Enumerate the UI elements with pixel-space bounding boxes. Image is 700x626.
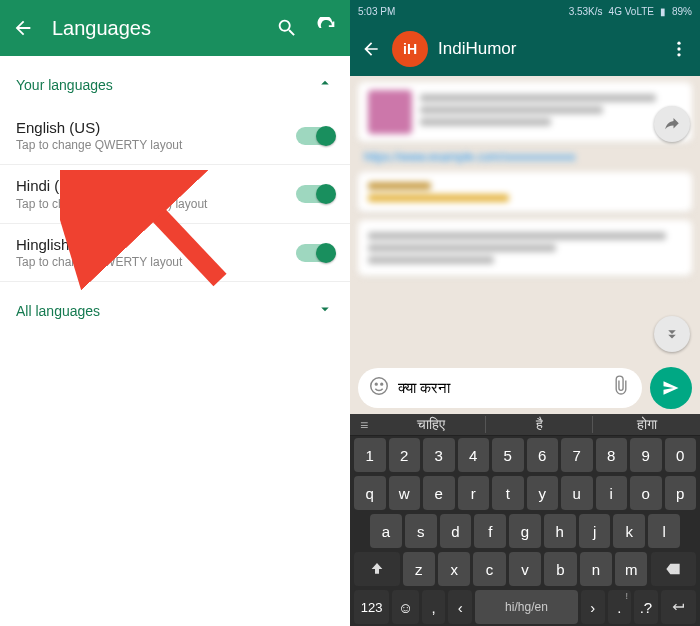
key-l[interactable]: l bbox=[648, 514, 680, 548]
key-x[interactable]: x bbox=[438, 552, 470, 586]
forward-icon[interactable] bbox=[654, 106, 690, 142]
key-0[interactable]: 0 bbox=[665, 438, 697, 472]
language-row-hinglish[interactable]: Hinglish Tap to change QWERTY layout bbox=[0, 224, 350, 282]
status-battery: 89% bbox=[672, 6, 692, 17]
language-sub: Tap to change Hindi (Inscript) layout bbox=[16, 197, 296, 211]
send-button[interactable] bbox=[650, 367, 692, 409]
key-e[interactable]: e bbox=[423, 476, 455, 510]
chat-appbar: iH IndiHumor bbox=[350, 22, 700, 76]
back-icon[interactable] bbox=[12, 17, 34, 39]
key-w[interactable]: w bbox=[389, 476, 421, 510]
svg-point-5 bbox=[375, 383, 377, 385]
avatar[interactable]: iH bbox=[392, 31, 428, 67]
back-icon[interactable] bbox=[360, 38, 382, 60]
key-a[interactable]: a bbox=[370, 514, 402, 548]
message-bubble[interactable] bbox=[358, 220, 692, 276]
section-label: Your languages bbox=[16, 77, 113, 93]
key-v[interactable]: v bbox=[509, 552, 541, 586]
key-4[interactable]: 4 bbox=[458, 438, 490, 472]
emoji-key[interactable]: ☺ bbox=[392, 590, 419, 624]
key-8[interactable]: 8 bbox=[596, 438, 628, 472]
key-i[interactable]: i bbox=[596, 476, 628, 510]
toggle-switch[interactable] bbox=[296, 127, 334, 145]
status-bar: 5:03 PM 3.53K/s 4G VoLTE ▮ 89% bbox=[350, 0, 700, 22]
right-arrow-key[interactable]: › bbox=[581, 590, 605, 624]
chevron-up-icon bbox=[316, 74, 334, 95]
toggle-switch[interactable] bbox=[296, 185, 334, 203]
your-languages-header[interactable]: Your languages bbox=[0, 56, 350, 107]
attach-icon[interactable] bbox=[610, 375, 632, 401]
key-t[interactable]: t bbox=[492, 476, 524, 510]
key-f[interactable]: f bbox=[474, 514, 506, 548]
key-g[interactable]: g bbox=[509, 514, 541, 548]
language-row-hindi[interactable]: Hindi (+Phonetic) / हिन्दी Tap to change… bbox=[0, 165, 350, 224]
key-z[interactable]: z bbox=[403, 552, 435, 586]
status-net: 3.53K/s bbox=[569, 6, 603, 17]
key-d[interactable]: d bbox=[440, 514, 472, 548]
emoji-icon[interactable] bbox=[368, 375, 390, 401]
scroll-down-icon[interactable] bbox=[654, 316, 690, 352]
message-bubble[interactable] bbox=[358, 172, 692, 212]
key-9[interactable]: 9 bbox=[630, 438, 662, 472]
key-p[interactable]: p bbox=[665, 476, 697, 510]
enter-key[interactable] bbox=[661, 590, 696, 624]
message-input[interactable] bbox=[398, 380, 602, 397]
key-b[interactable]: b bbox=[544, 552, 576, 586]
suggestion[interactable]: होगा bbox=[593, 416, 700, 433]
key-2[interactable]: 2 bbox=[389, 438, 421, 472]
toggle-switch[interactable] bbox=[296, 244, 334, 262]
key-6[interactable]: 6 bbox=[527, 438, 559, 472]
suggestion[interactable]: है bbox=[486, 416, 594, 433]
key-n[interactable]: n bbox=[580, 552, 612, 586]
key-c[interactable]: c bbox=[473, 552, 505, 586]
language-sub: Tap to change QWERTY layout bbox=[16, 138, 296, 152]
refresh-icon[interactable] bbox=[316, 17, 338, 39]
comma-key[interactable]: , bbox=[422, 590, 446, 624]
chat-title[interactable]: IndiHumor bbox=[438, 39, 658, 59]
language-sub: Tap to change QWERTY layout bbox=[16, 255, 296, 269]
language-name: Hindi (+Phonetic) / हिन्दी bbox=[16, 177, 296, 195]
suggestion[interactable]: चाहिए bbox=[378, 416, 486, 433]
svg-point-2 bbox=[677, 47, 680, 50]
key-h[interactable]: h bbox=[544, 514, 576, 548]
backspace-key[interactable] bbox=[651, 552, 697, 586]
key-o[interactable]: o bbox=[630, 476, 662, 510]
key-1[interactable]: 1 bbox=[354, 438, 386, 472]
mode-key[interactable]: 123 bbox=[354, 590, 389, 624]
languages-appbar: Languages bbox=[0, 0, 350, 56]
key-m[interactable]: m bbox=[615, 552, 647, 586]
key-7[interactable]: 7 bbox=[561, 438, 593, 472]
chat-area[interactable]: https://www.example.com/xxxxxxxxxxxx bbox=[350, 76, 700, 362]
suggestion-bar: ≡ चाहिए है होगा bbox=[350, 414, 700, 436]
message-input-pill[interactable] bbox=[358, 368, 642, 408]
key-k[interactable]: k bbox=[613, 514, 645, 548]
language-row-english[interactable]: English (US) Tap to change QWERTY layout bbox=[0, 107, 350, 165]
all-languages-header[interactable]: All languages bbox=[0, 282, 350, 333]
link-text[interactable]: https://www.example.com/xxxxxxxxxxxx bbox=[364, 150, 686, 164]
language-name: English (US) bbox=[16, 119, 296, 136]
question-key[interactable]: .? bbox=[634, 590, 658, 624]
more-icon[interactable] bbox=[668, 38, 690, 60]
status-signal: 4G VoLTE bbox=[609, 6, 654, 17]
key-j[interactable]: j bbox=[579, 514, 611, 548]
left-arrow-key[interactable]: ‹ bbox=[448, 590, 472, 624]
svg-point-3 bbox=[677, 53, 680, 56]
language-name: Hinglish bbox=[16, 236, 296, 253]
chevron-down-icon bbox=[316, 300, 334, 321]
svg-point-6 bbox=[381, 383, 383, 385]
key-u[interactable]: u bbox=[561, 476, 593, 510]
space-key[interactable]: hi/hg/en bbox=[475, 590, 578, 624]
section-label: All languages bbox=[16, 303, 100, 319]
period-key[interactable]: !. bbox=[608, 590, 632, 624]
message-bubble[interactable] bbox=[358, 82, 692, 142]
key-3[interactable]: 3 bbox=[423, 438, 455, 472]
key-s[interactable]: s bbox=[405, 514, 437, 548]
search-icon[interactable] bbox=[276, 17, 298, 39]
key-q[interactable]: q bbox=[354, 476, 386, 510]
shift-key[interactable] bbox=[354, 552, 400, 586]
key-y[interactable]: y bbox=[527, 476, 559, 510]
key-r[interactable]: r bbox=[458, 476, 490, 510]
hamburger-icon[interactable]: ≡ bbox=[350, 417, 378, 433]
keyboard: ≡ चाहिए है होगा 1234567890 qwertyuiop as… bbox=[350, 414, 700, 626]
key-5[interactable]: 5 bbox=[492, 438, 524, 472]
